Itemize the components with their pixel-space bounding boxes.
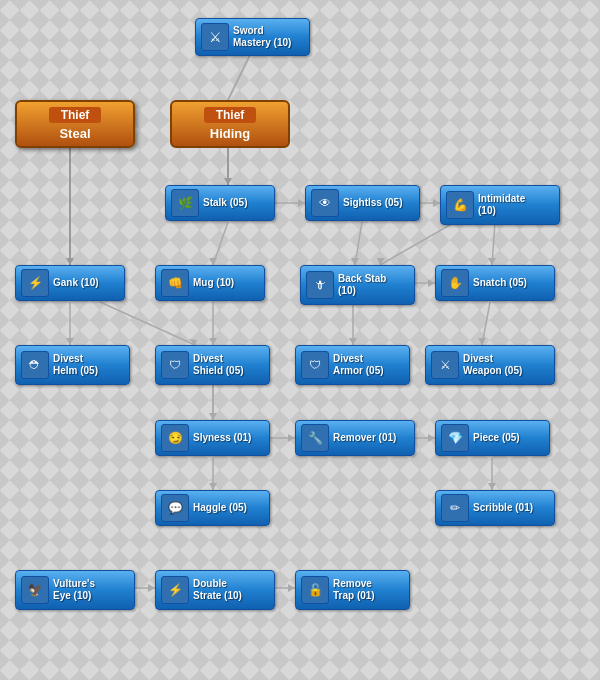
remove-trap-icon: 🔓 bbox=[301, 576, 329, 604]
vultures-eye-label: Vulture's Eye (10) bbox=[53, 578, 95, 602]
svg-marker-31 bbox=[428, 434, 435, 442]
gank-label: Gank (10) bbox=[53, 277, 99, 289]
intimidate-icon: 💪 bbox=[446, 191, 474, 219]
snatch-icon: ✋ bbox=[441, 269, 469, 297]
remove-trap-label: Remove Trap (01) bbox=[333, 578, 375, 602]
svg-marker-2 bbox=[224, 178, 232, 185]
node-gank[interactable]: ⚡ Gank (10) bbox=[15, 265, 125, 301]
node-intimidate[interactable]: 💪 Intimidate (10) bbox=[440, 185, 560, 225]
svg-marker-14 bbox=[377, 258, 385, 265]
node-double-strate[interactable]: ⚡ Double Strate (10) bbox=[155, 570, 275, 610]
svg-marker-18 bbox=[428, 279, 435, 287]
node-thief-hiding[interactable]: Thief Hiding bbox=[170, 100, 290, 148]
node-haggle[interactable]: 💬 Haggle (05) bbox=[155, 490, 270, 526]
node-piece[interactable]: 💎 Piece (05) bbox=[435, 420, 550, 456]
svg-marker-39 bbox=[288, 584, 295, 592]
piece-label: Piece (05) bbox=[473, 432, 520, 444]
divest-shield-label: Divest Shield (05) bbox=[193, 353, 244, 377]
svg-line-13 bbox=[380, 222, 455, 265]
thief-hiding-sub: Hiding bbox=[210, 126, 250, 141]
node-remover[interactable]: 🔧 Remover (01) bbox=[295, 420, 415, 456]
node-divest-armor[interactable]: 🛡 Divest Armor (05) bbox=[295, 345, 410, 385]
svg-line-5 bbox=[213, 222, 228, 265]
node-sightless[interactable]: 👁 Sightlss (05) bbox=[305, 185, 420, 221]
node-divest-shield[interactable]: 🛡 Divest Shield (05) bbox=[155, 345, 270, 385]
node-scribble[interactable]: ✏ Scribble (01) bbox=[435, 490, 555, 526]
svg-marker-12 bbox=[351, 258, 359, 265]
divest-armor-icon: 🛡 bbox=[301, 351, 329, 379]
intimidate-label: Intimidate (10) bbox=[478, 193, 525, 217]
snatch-label: Snatch (05) bbox=[473, 277, 527, 289]
vultures-eye-icon: 🦅 bbox=[21, 576, 49, 604]
node-divest-helm[interactable]: ⛑ Divest Helm (05) bbox=[15, 345, 130, 385]
sightless-icon: 👁 bbox=[311, 189, 339, 217]
svg-marker-26 bbox=[209, 413, 217, 420]
double-strate-icon: ⚡ bbox=[161, 576, 189, 604]
thief-steal-sub: Steal bbox=[59, 126, 90, 141]
divest-weapon-label: Divest Weapon (05) bbox=[463, 353, 522, 377]
haggle-label: Haggle (05) bbox=[193, 502, 247, 514]
svg-marker-16 bbox=[488, 258, 496, 265]
svg-marker-24 bbox=[209, 338, 217, 345]
node-sword-mastery[interactable]: ⚔ Sword Mastery (10) bbox=[195, 18, 310, 56]
sightless-label: Sightlss (05) bbox=[343, 197, 402, 209]
svg-line-42 bbox=[482, 302, 490, 345]
stalk-label: Stalk (05) bbox=[203, 197, 247, 209]
node-remove-trap[interactable]: 🔓 Remove Trap (01) bbox=[295, 570, 410, 610]
divest-weapon-icon: ⚔ bbox=[431, 351, 459, 379]
piece-icon: 💎 bbox=[441, 424, 469, 452]
node-divest-weapon[interactable]: ⚔ Divest Weapon (05) bbox=[425, 345, 555, 385]
svg-marker-43 bbox=[478, 338, 486, 345]
thief-steal-title: Thief bbox=[49, 107, 102, 123]
gank-icon: ⚡ bbox=[21, 269, 49, 297]
stalk-icon: 🌿 bbox=[171, 189, 199, 217]
thief-hiding-title: Thief bbox=[204, 107, 257, 123]
divest-helm-icon: ⛑ bbox=[21, 351, 49, 379]
node-mug[interactable]: 👊 Mug (10) bbox=[155, 265, 265, 301]
haggle-icon: 💬 bbox=[161, 494, 189, 522]
node-thief-steal[interactable]: Thief Steal bbox=[15, 100, 135, 148]
svg-marker-29 bbox=[288, 434, 295, 442]
node-vultures-eye[interactable]: 🦅 Vulture's Eye (10) bbox=[15, 570, 135, 610]
sword-mastery-label: Sword Mastery (10) bbox=[233, 25, 291, 49]
svg-line-11 bbox=[355, 222, 362, 265]
divest-helm-label: Divest Helm (05) bbox=[53, 353, 98, 377]
scribble-icon: ✏ bbox=[441, 494, 469, 522]
node-snatch[interactable]: ✋ Snatch (05) bbox=[435, 265, 555, 301]
svg-marker-6 bbox=[209, 258, 217, 265]
svg-marker-37 bbox=[148, 584, 155, 592]
node-stalk[interactable]: 🌿 Stalk (05) bbox=[165, 185, 275, 221]
double-strate-label: Double Strate (10) bbox=[193, 578, 242, 602]
svg-marker-4 bbox=[66, 258, 74, 265]
svg-marker-10 bbox=[433, 199, 440, 207]
svg-line-0 bbox=[228, 55, 250, 100]
svg-marker-35 bbox=[488, 483, 496, 490]
mug-icon: 👊 bbox=[161, 269, 189, 297]
remover-label: Remover (01) bbox=[333, 432, 396, 444]
scribble-label: Scribble (01) bbox=[473, 502, 533, 514]
svg-marker-33 bbox=[209, 483, 217, 490]
svg-marker-20 bbox=[66, 338, 74, 345]
back-stab-label: Back Stab (10) bbox=[338, 273, 386, 297]
svg-line-21 bbox=[100, 302, 195, 345]
slyness-label: Slyness (01) bbox=[193, 432, 251, 444]
divest-shield-icon: 🛡 bbox=[161, 351, 189, 379]
skill-tree-diagram: ⚔ Sword Mastery (10) Thief Steal Thief H… bbox=[0, 0, 600, 680]
divest-armor-label: Divest Armor (05) bbox=[333, 353, 384, 377]
node-slyness[interactable]: 😏 Slyness (01) bbox=[155, 420, 270, 456]
svg-marker-8 bbox=[298, 199, 305, 207]
remover-icon: 🔧 bbox=[301, 424, 329, 452]
svg-marker-41 bbox=[349, 338, 357, 345]
sword-mastery-icon: ⚔ bbox=[201, 23, 229, 51]
svg-line-15 bbox=[492, 222, 495, 265]
mug-label: Mug (10) bbox=[193, 277, 234, 289]
node-back-stab[interactable]: 🗡 Back Stab (10) bbox=[300, 265, 415, 305]
back-stab-icon: 🗡 bbox=[306, 271, 334, 299]
slyness-icon: 😏 bbox=[161, 424, 189, 452]
